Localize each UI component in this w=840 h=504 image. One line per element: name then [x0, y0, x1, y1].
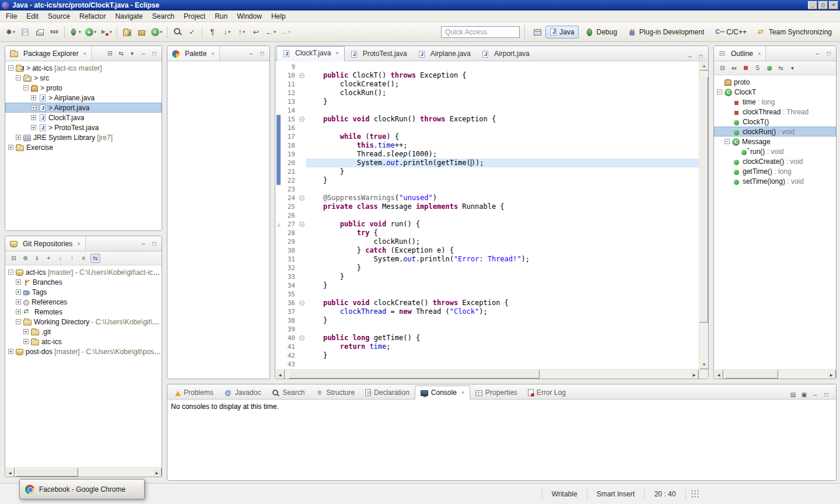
collapse-all-button[interactable]: ⊟	[718, 64, 727, 73]
maximize-button[interactable]: □	[149, 49, 159, 58]
package-explorer-item-atc-ics[interactable]: −> atc-ics [act-ics master]	[5, 63, 162, 73]
code-text[interactable]: }	[306, 351, 699, 360]
tab-error-log[interactable]: Error Log	[523, 386, 571, 399]
git-item-references[interactable]: +References	[5, 297, 162, 307]
close-window-button[interactable]: ×	[829, 1, 838, 9]
minimize-button[interactable]: –	[246, 49, 256, 58]
expand-toggle-icon[interactable]: −	[16, 319, 21, 324]
git-item-atc-ics[interactable]: +atc-ics	[5, 337, 162, 346]
vertical-ruler[interactable]	[275, 342, 282, 351]
vertical-ruler[interactable]	[275, 185, 282, 194]
perspective-plug-in-development[interactable]: Plug-in Development	[623, 26, 709, 38]
perspective-c-c[interactable]: C/C++	[710, 26, 751, 38]
menu-search[interactable]: Search	[148, 11, 179, 22]
tab-javadoc[interactable]: Javadoc	[219, 386, 267, 399]
vertical-ruler[interactable]	[275, 255, 282, 264]
external-tools-button[interactable]: ▾	[99, 25, 114, 39]
new-package-button[interactable]	[135, 25, 149, 39]
vertical-ruler[interactable]	[275, 106, 282, 115]
palette-tab[interactable]: Palette ×	[167, 46, 220, 61]
vertical-ruler[interactable]	[275, 325, 282, 334]
vertical-ruler[interactable]	[275, 220, 282, 229]
perspective-java[interactable]: Java	[545, 26, 579, 38]
hide-fields-button[interactable]	[741, 64, 751, 73]
taskbar-window-facebook[interactable]: Facebook - Google Chrome	[19, 479, 145, 499]
scrollbar-track[interactable]	[699, 71, 708, 360]
minimize-button[interactable]: –	[810, 390, 820, 399]
debug-button[interactable]: ▾	[68, 25, 83, 39]
git-item-working-directory[interactable]: −Working Directory - C:\Users\Kobe\git\a…	[5, 317, 162, 327]
vertical-ruler[interactable]	[275, 229, 282, 237]
code-text[interactable]: }	[306, 97, 699, 106]
menu-navigate[interactable]: Navigate	[110, 11, 147, 22]
code-text[interactable]: public long getTime() {	[306, 334, 699, 342]
code-text[interactable]: }	[306, 176, 699, 185]
outline-item-settime-long[interactable]: setTime(long) : void	[714, 176, 836, 186]
vertical-ruler[interactable]	[275, 272, 282, 281]
show-whitespace-button[interactable]: ¶	[205, 25, 219, 39]
git-item-act-ics[interactable]: −act-ics [master] - C:\Users\Kobe\git\ac…	[5, 267, 162, 277]
expand-toggle-icon[interactable]: +	[8, 349, 13, 354]
package-explorer-tab[interactable]: Package Explorer ×	[5, 46, 92, 61]
package-explorer-item-exercise[interactable]: +Exercise	[5, 142, 162, 152]
hierarchy-layout-button[interactable]: ≡	[79, 254, 89, 263]
package-explorer-item-jre-system-library[interactable]: +JRE System Library [jre7]	[5, 132, 162, 142]
minimize-button[interactable]: –	[138, 49, 148, 58]
new-wizard-button[interactable]: ✱▾	[4, 25, 18, 39]
tab-problems[interactable]: Problems	[170, 386, 219, 399]
vertical-ruler[interactable]	[275, 316, 282, 325]
editor-tab-airport-java[interactable]: Airport.java	[476, 47, 535, 61]
package-explorer-item-prototest-java[interactable]: +> ProtoTest.java	[5, 123, 162, 132]
maximize-window-button[interactable]: □	[818, 1, 828, 9]
expand-toggle-icon[interactable]: +	[31, 115, 36, 120]
git-item-git[interactable]: +.git	[5, 327, 162, 337]
expand-toggle-icon[interactable]: +	[31, 105, 36, 110]
fold-marker-icon[interactable]: −	[298, 334, 306, 342]
vertical-ruler[interactable]	[275, 80, 282, 89]
code-text[interactable]: clockCreate();	[306, 80, 699, 89]
package-explorer-item-proto[interactable]: −> proto	[5, 83, 162, 93]
menu-run[interactable]: Run	[210, 11, 232, 22]
code-text[interactable]: private class Message implements Runnabl…	[306, 202, 699, 211]
sort-button[interactable]: az	[729, 64, 739, 73]
outline-item-clockt[interactable]: −ClockT	[714, 87, 836, 97]
outline-item-clockt[interactable]: ClockT()	[714, 117, 836, 127]
outline-item-clockthread[interactable]: clockThread : Thread	[714, 107, 836, 117]
quick-access-input[interactable]	[441, 26, 520, 38]
close-view-icon[interactable]: ×	[758, 51, 761, 57]
expand-toggle-icon[interactable]: +	[23, 329, 29, 334]
scrollbar-thumb[interactable]	[16, 468, 78, 477]
code-text[interactable]: System.out.println("Error: Thread!");	[306, 255, 699, 264]
minimize-window-button[interactable]: _	[808, 1, 817, 9]
perspective-team-synchronizing[interactable]: Team Synchronizing	[752, 26, 836, 38]
code-text[interactable]: }	[306, 272, 699, 281]
fold-marker-icon[interactable]: −	[298, 71, 306, 80]
vertical-ruler[interactable]	[275, 351, 282, 360]
git-item-remotes[interactable]: +Remotes	[5, 307, 162, 317]
code-text[interactable]	[306, 62, 699, 71]
binary-literal-button[interactable]: 010	[47, 25, 61, 39]
fold-marker-icon[interactable]: −	[298, 194, 306, 202]
last-edit-location-button[interactable]: ↩	[249, 25, 263, 39]
code-text[interactable]: this.time++;	[306, 141, 699, 150]
scrollbar-thumb[interactable]	[289, 370, 540, 379]
vertical-ruler[interactable]	[275, 281, 282, 290]
vertical-ruler[interactable]	[275, 159, 282, 167]
scrollbar-track[interactable]	[15, 468, 152, 477]
maximize-button[interactable]: □	[257, 49, 267, 58]
git-repositories-tab[interactable]: Git Repositories ×	[5, 236, 86, 251]
code-text[interactable]: clockRun();	[306, 237, 699, 246]
hide-non-public-button[interactable]	[764, 64, 774, 73]
git-horizontal-scrollbar[interactable]: ◀ ▶	[5, 467, 162, 477]
close-view-icon[interactable]: ×	[77, 241, 80, 247]
code-text[interactable]: clockThread = new Thread ("Clock");	[306, 307, 699, 316]
tab-console[interactable]: Console×	[415, 386, 470, 400]
close-view-icon[interactable]: ×	[83, 51, 86, 57]
vertical-ruler[interactable]	[275, 141, 282, 150]
expand-toggle-icon[interactable]: −	[8, 270, 13, 275]
expand-toggle-icon[interactable]: +	[16, 289, 21, 295]
code-text[interactable]: Thread.sleep(1000);	[306, 150, 699, 159]
outline-item-time[interactable]: time : long	[714, 97, 836, 107]
package-explorer-item-airplane-java[interactable]: +> Airplane.java	[5, 93, 162, 103]
code-text[interactable]: while (true) {	[306, 132, 699, 141]
